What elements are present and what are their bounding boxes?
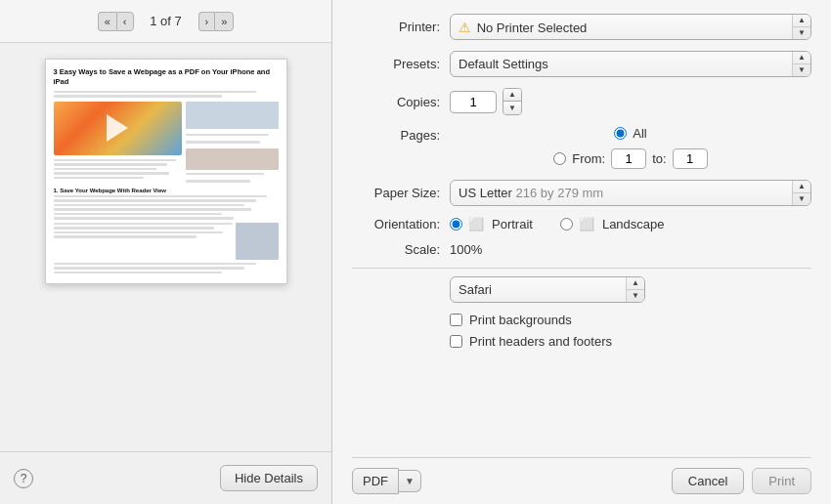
landscape-radio[interactable]	[560, 218, 573, 231]
safari-section: Safari ▲ ▼ Print backgrounds Print heade…	[352, 276, 811, 349]
print-backgrounds-label: Print backgrounds	[469, 313, 572, 327]
next-page-button[interactable]: ›	[198, 12, 215, 31]
print-headers-checkbox[interactable]	[450, 335, 462, 348]
paper-size-spin-down[interactable]: ▼	[793, 193, 810, 205]
nav-next-last-group: › »	[198, 12, 235, 31]
pages-all-label: All	[633, 126, 646, 141]
cancel-button[interactable]: Cancel	[672, 468, 744, 494]
pdf-dropdown-button[interactable]: ▼	[399, 470, 421, 492]
pages-to-input[interactable]: 1	[673, 148, 708, 169]
pages-from-row: From: 1 to: 1	[553, 148, 707, 169]
pages-control: All From: 1 to: 1	[450, 126, 811, 169]
safari-spinner[interactable]: ▲ ▼	[626, 277, 644, 302]
paper-size-extra: 216 by 279 mm	[516, 186, 604, 200]
orientation-control: ⬜ Portrait ⬜ Landscape	[450, 217, 811, 231]
scale-label: Scale:	[352, 242, 450, 257]
safari-value: Safari	[451, 279, 626, 300]
print-backgrounds-checkbox[interactable]	[450, 314, 462, 326]
paper-size-label: Paper Size:	[352, 186, 450, 200]
print-backgrounds-row: Print backgrounds	[352, 313, 811, 327]
printer-warning-icon: ⚠ No Printer Selected	[451, 17, 792, 38]
safari-dropdown-row: Safari ▲ ▼	[352, 276, 811, 303]
thumb-hero-image	[54, 102, 183, 155]
prev-page-button[interactable]: ‹	[116, 12, 134, 31]
action-buttons: Cancel Print	[672, 468, 811, 494]
paper-size-row: Paper Size: US Letter 216 by 279 mm ▲ ▼	[352, 180, 811, 206]
preview-toolbar: « ‹ 1 of 7 › »	[0, 0, 331, 43]
copies-label: Copies:	[352, 95, 450, 109]
presets-select[interactable]: Default Settings ▲ ▼	[450, 51, 811, 77]
portrait-label: Portrait	[492, 217, 533, 231]
paper-size-control: US Letter 216 by 279 mm ▲ ▼	[450, 180, 811, 206]
copies-row: Copies: 1 ▲ ▼	[352, 88, 811, 115]
first-page-button[interactable]: «	[98, 12, 116, 31]
printer-row: Printer: ⚠ No Printer Selected ▲ ▼	[352, 14, 811, 40]
warning-icon: ⚠	[459, 20, 471, 35]
pages-all-radio[interactable]	[614, 127, 627, 140]
page-indicator: 1 of 7	[142, 14, 191, 28]
landscape-icon: ⬜	[579, 217, 594, 231]
pages-from-radio[interactable]	[553, 152, 566, 165]
scale-value: 100%	[450, 242, 482, 257]
safari-select[interactable]: Safari ▲ ▼	[450, 276, 645, 303]
presets-spin-up[interactable]: ▲	[793, 52, 810, 64]
orientation-label: Orientation:	[352, 217, 450, 231]
pages-all-row: All	[614, 126, 646, 141]
printer-spin-up[interactable]: ▲	[793, 15, 810, 27]
pages-from-label: From:	[572, 151, 605, 166]
paper-size-spin-up[interactable]: ▲	[793, 181, 810, 193]
bottom-bar-left: ? Hide Details	[0, 451, 331, 504]
pages-label: Pages:	[352, 126, 450, 143]
pages-from-input[interactable]: 1	[611, 148, 646, 169]
presets-spin-down[interactable]: ▼	[793, 64, 810, 76]
scale-control: 100%	[450, 242, 811, 257]
orientation-row: Orientation: ⬜ Portrait ⬜ Landscape	[352, 217, 811, 231]
paper-size-select[interactable]: US Letter 216 by 279 mm ▲ ▼	[450, 180, 811, 206]
copies-step-up[interactable]: ▲	[503, 89, 521, 102]
printer-value: No Printer Selected	[477, 21, 588, 35]
thumb-title: 3 Easy Ways to Save a Webpage as a PDF o…	[54, 67, 279, 87]
print-headers-row: Print headers and footers	[352, 334, 811, 349]
printer-control: ⚠ No Printer Selected ▲ ▼	[450, 14, 811, 40]
pdf-group: PDF ▼	[352, 468, 421, 494]
print-button[interactable]: Print	[752, 468, 811, 494]
presets-control: Default Settings ▲ ▼	[450, 51, 811, 77]
pdf-button[interactable]: PDF	[352, 468, 399, 494]
copies-step-down[interactable]: ▼	[503, 102, 521, 114]
pages-row: Pages: All From: 1 to: 1	[352, 126, 811, 169]
paper-size-spinner[interactable]: ▲ ▼	[792, 181, 810, 205]
copies-input[interactable]: 1	[450, 91, 497, 113]
copies-stepper: ▲ ▼	[503, 88, 522, 115]
presets-value: Default Settings	[451, 54, 792, 74]
help-button[interactable]: ?	[14, 469, 33, 488]
printer-spin-down[interactable]: ▼	[793, 27, 810, 39]
printer-select[interactable]: ⚠ No Printer Selected ▲ ▼	[450, 14, 811, 40]
safari-spin-up[interactable]: ▲	[627, 277, 644, 290]
presets-row: Presets: Default Settings ▲ ▼	[352, 51, 811, 77]
last-page-button[interactable]: »	[214, 12, 234, 31]
page-thumbnail: 3 Easy Ways to Save a Webpage as a PDF o…	[45, 59, 287, 284]
divider	[352, 268, 811, 269]
presets-spinner[interactable]: ▲ ▼	[792, 52, 810, 76]
pages-to-label: to:	[652, 151, 666, 166]
bottom-bar-right: PDF ▼ Cancel Print	[352, 457, 811, 504]
landscape-option: ⬜ Landscape	[560, 217, 665, 231]
portrait-radio[interactable]	[450, 218, 462, 231]
form-section: Printer: ⚠ No Printer Selected ▲ ▼ Prese…	[352, 14, 811, 449]
paper-size-value: US Letter 216 by 279 mm	[451, 183, 792, 203]
safari-spin-down[interactable]: ▼	[627, 290, 644, 302]
nav-first-prev-group: « ‹	[98, 12, 134, 31]
thumb-subtitle	[54, 91, 279, 98]
right-panel: Printer: ⚠ No Printer Selected ▲ ▼ Prese…	[332, 0, 831, 504]
portrait-icon: ⬜	[468, 217, 484, 231]
hide-details-button[interactable]: Hide Details	[220, 465, 318, 491]
printer-spinner[interactable]: ▲ ▼	[792, 15, 810, 39]
landscape-label: Landscape	[602, 217, 665, 231]
preview-area: 3 Easy Ways to Save a Webpage as a PDF o…	[0, 43, 331, 451]
scale-row: Scale: 100%	[352, 242, 811, 257]
thumb-section-title: 1. Save Your Webpage With Reader View	[54, 188, 279, 193]
printer-label: Printer:	[352, 20, 450, 34]
copies-control: 1 ▲ ▼	[450, 88, 811, 115]
print-headers-label: Print headers and footers	[469, 334, 612, 349]
portrait-option: ⬜ Portrait	[450, 217, 533, 231]
